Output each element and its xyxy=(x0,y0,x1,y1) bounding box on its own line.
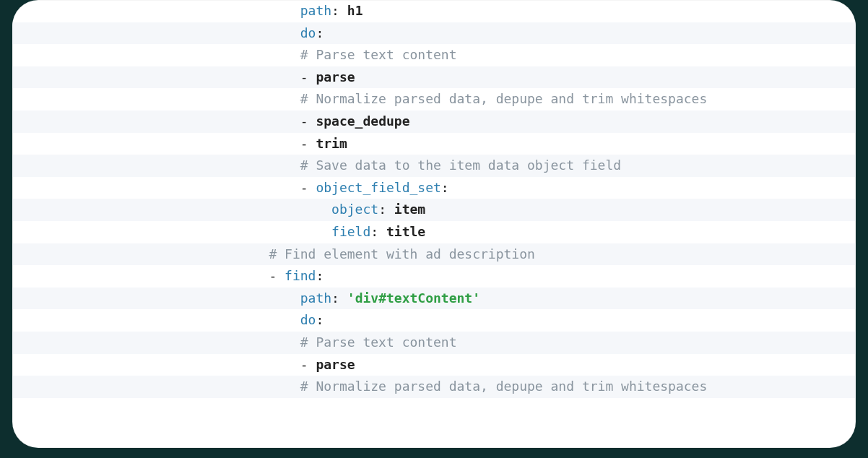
yaml-key: do xyxy=(300,312,316,327)
punct-colon: : xyxy=(316,268,324,283)
yaml-value: title xyxy=(386,224,425,239)
code-line: - trim xyxy=(12,133,856,155)
yaml-dash: - xyxy=(300,69,316,85)
code-line: path: 'div#textContent' xyxy=(12,288,856,310)
punct-colon: : xyxy=(331,290,347,306)
yaml-key: find xyxy=(285,268,316,283)
code-line: # Normalize parsed data, depupe and trim… xyxy=(12,376,856,398)
code-card: path: h1 do: # Parse text content - pars… xyxy=(12,0,856,448)
yaml-value: item xyxy=(394,202,425,217)
punct-colon: : xyxy=(441,180,449,195)
punct-colon: : xyxy=(331,3,347,18)
yaml-value: trim xyxy=(316,136,347,151)
yaml-value: parse xyxy=(316,69,355,85)
code-block: path: h1 do: # Parse text content - pars… xyxy=(12,0,856,448)
code-line: # Parse text content xyxy=(12,332,856,354)
yaml-key: path xyxy=(300,3,331,18)
yaml-key: object_field_set xyxy=(316,180,440,195)
yaml-dash: - xyxy=(300,180,316,195)
yaml-key: do xyxy=(300,25,316,40)
yaml-key: field xyxy=(331,224,370,239)
punct-colon: : xyxy=(370,224,386,239)
yaml-string: 'div#textContent' xyxy=(347,290,480,306)
code-line: - space_dedupe xyxy=(12,111,856,133)
yaml-dash: - xyxy=(269,268,285,283)
yaml-value: space_dedupe xyxy=(316,113,409,129)
code-line: field: title xyxy=(12,221,856,243)
code-line: - parse xyxy=(12,66,856,89)
yaml-value: h1 xyxy=(347,3,363,18)
code-line: - parse xyxy=(12,354,856,376)
code-line: # Save data to the item data object fiel… xyxy=(12,155,856,177)
code-line: path: h1 xyxy=(12,0,856,22)
code-line: - find: xyxy=(12,265,856,288)
code-line: # Find element with ad description xyxy=(12,243,856,266)
yaml-comment: # Parse text content xyxy=(300,334,457,350)
yaml-comment: # Normalize parsed data, depupe and trim… xyxy=(300,379,708,394)
yaml-key: path xyxy=(300,290,331,306)
yaml-key: object xyxy=(331,202,378,217)
yaml-comment: # Normalize parsed data, depupe and trim… xyxy=(300,91,708,106)
code-line: - object_field_set: xyxy=(12,177,856,199)
yaml-value: parse xyxy=(316,357,355,372)
yaml-comment: # Save data to the item data object fiel… xyxy=(300,157,621,173)
yaml-comment: # Parse text content xyxy=(300,47,457,62)
yaml-dash: - xyxy=(300,113,316,129)
code-line: do: xyxy=(12,309,856,332)
yaml-dash: - xyxy=(300,357,316,372)
punct-colon: : xyxy=(316,312,324,327)
code-line: object: item xyxy=(12,199,856,221)
code-line: do: xyxy=(12,22,856,45)
punct-colon: : xyxy=(378,202,394,217)
yaml-comment: # Find element with ad description xyxy=(269,246,534,262)
code-line: # Normalize parsed data, depupe and trim… xyxy=(12,88,856,111)
code-line: # Parse text content xyxy=(12,44,856,66)
yaml-dash: - xyxy=(300,136,316,151)
punct-colon: : xyxy=(316,25,324,40)
